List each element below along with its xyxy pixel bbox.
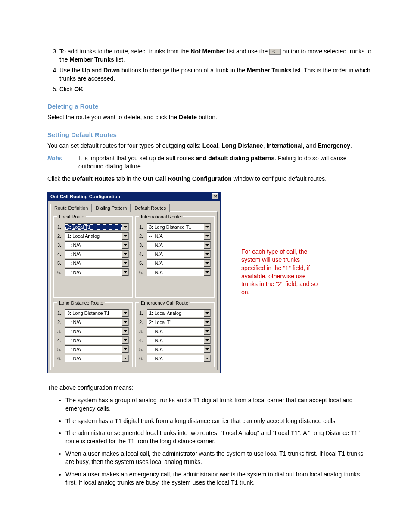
route-row-number: 6. — [139, 356, 147, 361]
route-dropdown[interactable]: 1: Local Analog — [65, 232, 129, 240]
chevron-down-icon[interactable] — [122, 310, 128, 317]
tab-dialing-pattern[interactable]: Dialing Pattern — [92, 204, 131, 212]
route-row-number: 5. — [57, 347, 65, 352]
delete-body: Select the route you want to delete, and… — [47, 113, 372, 121]
group-local-route: Local Route 1.2: Local T12.1: Local Anal… — [53, 214, 133, 298]
route-dropdown-value: --: N/A — [65, 270, 122, 275]
route-row-number: 3. — [57, 329, 65, 334]
tab-route-definition[interactable]: Route Definition — [50, 204, 92, 212]
chevron-down-icon[interactable] — [204, 346, 210, 353]
route-row: 6.--: N/A — [57, 268, 129, 276]
route-row: 5.--: N/A — [57, 345, 129, 353]
route-dropdown[interactable]: 2: Local T1 — [147, 318, 211, 326]
route-row: 6.--: N/A — [139, 268, 211, 276]
chevron-down-icon[interactable] — [204, 355, 210, 362]
route-dropdown[interactable]: 2: Local T1 — [65, 223, 129, 231]
route-dropdown[interactable]: --: N/A — [65, 268, 129, 276]
route-row-number: 4. — [139, 338, 147, 343]
route-row-number: 1. — [57, 311, 65, 316]
chevron-down-icon[interactable] — [122, 233, 128, 240]
chevron-down-icon[interactable] — [122, 224, 128, 230]
default-body: You can set default routes for four type… — [47, 142, 372, 150]
step-5: Click OK. — [59, 85, 372, 93]
route-dropdown-value: --: N/A — [147, 270, 204, 275]
step-4: Use the Up and Down buttons to change th… — [59, 66, 372, 83]
route-dropdown-value: --: N/A — [147, 338, 204, 343]
chevron-down-icon[interactable] — [204, 319, 210, 326]
chevron-down-icon[interactable] — [204, 328, 210, 335]
route-row: 2.--: N/A — [57, 318, 129, 326]
chevron-down-icon[interactable] — [204, 310, 210, 317]
route-row-number: 1. — [139, 311, 147, 316]
chevron-down-icon[interactable] — [204, 251, 210, 258]
route-row-number: 2. — [139, 233, 147, 239]
route-dropdown[interactable]: --: N/A — [65, 355, 129, 362]
chevron-down-icon[interactable] — [204, 242, 210, 249]
dialog-titlebar: Out Call Routing Configuration ✕ — [48, 192, 220, 201]
route-dropdown[interactable]: --: N/A — [65, 336, 129, 344]
route-dropdown-value: --: N/A — [65, 347, 122, 352]
route-dropdown[interactable]: --: N/A — [147, 241, 211, 249]
route-dropdown-value: --: N/A — [147, 261, 204, 266]
route-dropdown-value: --: N/A — [65, 252, 122, 257]
route-dropdown-value: --: N/A — [65, 338, 122, 343]
route-row: 3.--: N/A — [57, 327, 129, 335]
chevron-down-icon[interactable] — [204, 269, 210, 276]
route-dropdown[interactable]: --: N/A — [147, 355, 211, 362]
out-call-routing-dialog: Out Call Routing Configuration ✕ Route D… — [47, 192, 221, 373]
chevron-down-icon[interactable] — [122, 328, 128, 335]
route-dropdown[interactable]: --: N/A — [65, 250, 129, 258]
heading-deleting-route: Deleting a Route — [47, 103, 372, 110]
route-row-number: 5. — [139, 347, 147, 352]
route-dropdown[interactable]: --: N/A — [147, 250, 211, 258]
route-row: 5.--: N/A — [57, 259, 129, 267]
chevron-down-icon[interactable] — [122, 337, 128, 344]
chevron-down-icon[interactable] — [204, 224, 210, 230]
chevron-down-icon[interactable] — [122, 269, 128, 276]
route-dropdown[interactable]: --: N/A — [147, 336, 211, 344]
route-row-number: 6. — [139, 270, 147, 275]
route-dropdown[interactable]: --: N/A — [147, 232, 211, 240]
group-emergency-route: Emergency Call Route 1.1: Local Analog2.… — [135, 300, 215, 367]
move-left-button: <-- — [269, 49, 281, 55]
route-row: 3.--: N/A — [139, 327, 211, 335]
route-dropdown-value: --: N/A — [147, 243, 204, 248]
chevron-down-icon[interactable] — [122, 242, 128, 249]
route-row-number: 2. — [57, 233, 65, 239]
route-dropdown-value: 2: Local T1 — [147, 320, 204, 325]
bullet-item: The system has a T1 digital trunk from a… — [65, 417, 372, 425]
route-dropdown[interactable]: --: N/A — [65, 259, 129, 267]
chevron-down-icon[interactable] — [122, 260, 128, 267]
chevron-down-icon[interactable] — [122, 355, 128, 362]
route-dropdown[interactable]: --: N/A — [147, 259, 211, 267]
route-row: 6.--: N/A — [139, 355, 211, 362]
steps-list: To add trunks to the route, select trunk… — [47, 47, 372, 93]
route-dropdown[interactable]: --: N/A — [147, 268, 211, 276]
route-dropdown[interactable]: --: N/A — [65, 327, 129, 335]
route-dropdown[interactable]: --: N/A — [147, 327, 211, 335]
chevron-down-icon[interactable] — [204, 337, 210, 344]
tab-default-routes[interactable]: Default Routes — [131, 204, 170, 212]
route-row-number: 5. — [139, 261, 147, 266]
route-row-number: 2. — [139, 320, 147, 325]
route-dropdown-value: 3: Long Distance T1 — [65, 311, 122, 316]
chevron-down-icon[interactable] — [122, 319, 128, 326]
route-row-number: 3. — [139, 329, 147, 334]
route-row: 4.--: N/A — [139, 250, 211, 258]
chevron-down-icon[interactable] — [204, 260, 210, 267]
route-row: 3.--: N/A — [57, 241, 129, 249]
route-row-number: 6. — [57, 270, 65, 275]
route-dropdown[interactable]: --: N/A — [147, 345, 211, 353]
close-icon[interactable]: ✕ — [212, 193, 218, 199]
route-dropdown-value: --: N/A — [147, 329, 204, 334]
route-dropdown[interactable]: --: N/A — [65, 241, 129, 249]
chevron-down-icon[interactable] — [204, 233, 210, 240]
route-row: 1.3: Long Distance T1 — [57, 309, 129, 317]
chevron-down-icon[interactable] — [122, 251, 128, 258]
chevron-down-icon[interactable] — [122, 346, 128, 353]
route-dropdown[interactable]: --: N/A — [65, 318, 129, 326]
route-dropdown[interactable]: 3: Long Distance T1 — [147, 223, 211, 231]
route-dropdown[interactable]: --: N/A — [65, 345, 129, 353]
route-dropdown[interactable]: 3: Long Distance T1 — [65, 309, 129, 317]
route-dropdown[interactable]: 1: Local Analog — [147, 309, 211, 317]
